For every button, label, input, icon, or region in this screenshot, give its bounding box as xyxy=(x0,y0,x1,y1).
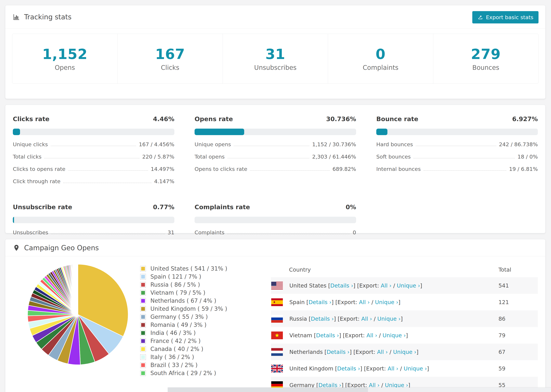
details-link[interactable]: Details › xyxy=(330,282,353,289)
legend-swatch xyxy=(140,322,146,328)
summary-stat-cell: 1,152Opens xyxy=(12,34,118,84)
legend-label: Vietnam ( 79 / 5% ) xyxy=(150,289,205,296)
legend-item: France ( 42 / 2% ) xyxy=(140,338,260,344)
export-prefix-text: Export: xyxy=(356,349,377,355)
details-link[interactable]: Details › xyxy=(316,332,339,339)
export-unique-link[interactable]: Unique › xyxy=(397,282,420,289)
export-all-link[interactable]: All › xyxy=(361,315,372,322)
rate-progress-track xyxy=(195,129,356,135)
rate-row: Hard bounces242 / 86.738% xyxy=(376,141,538,147)
bracket-text: ] xyxy=(408,382,410,388)
table-row: United States [Details ›] [Export: All ›… xyxy=(271,277,538,294)
details-link[interactable]: Details › xyxy=(311,315,334,322)
rate-value: 4.46% xyxy=(153,115,174,122)
rate-row-value: 242 / 86.738% xyxy=(499,141,538,147)
rates-card: Clicks rate4.46%Unique clicks167 / 4.456… xyxy=(5,105,545,233)
bracket-text: ] [ xyxy=(339,332,345,339)
table-cell-country: Spain [Details ›] [Export: All › / Uniqu… xyxy=(271,298,498,306)
rate-row: Soft bounces18 / 0% xyxy=(376,154,538,160)
country-name: Spain xyxy=(289,299,304,305)
bracket-text: ] xyxy=(398,299,400,305)
rate-title: Bounce rate xyxy=(376,115,418,122)
bracket-text: ] xyxy=(416,349,418,355)
legend-swatch xyxy=(140,362,146,368)
export-button-label: Export basic stats xyxy=(486,14,533,20)
table-cell-country: United States [Details ›] [Export: All ›… xyxy=(271,282,498,290)
table-cell-total: 121 xyxy=(498,299,538,305)
export-all-link[interactable]: All › xyxy=(367,332,377,339)
legend-swatch xyxy=(140,370,146,376)
rate-block: Unsubscribe rate0.77%Unsubscribes31 xyxy=(13,203,174,236)
rate-row-label: Soft bounces xyxy=(376,154,411,160)
rate-value: 6.927% xyxy=(512,115,538,122)
bracket-text: ] xyxy=(406,332,408,339)
export-all-link[interactable]: All › xyxy=(377,349,388,355)
rate-row-label: Clicks to opens rate xyxy=(13,166,65,172)
table-row: Netherlands [Details ›] [Export: All › /… xyxy=(271,343,538,360)
legend-item: United Kingdom ( 59 / 3% ) xyxy=(140,305,260,312)
legend-swatch xyxy=(140,298,146,304)
legend-label: Germany ( 55 / 3% ) xyxy=(150,314,208,320)
rate-block-header: Opens rate30.736% xyxy=(195,115,356,122)
dotted-leader xyxy=(44,158,140,158)
bracket-text: [ xyxy=(333,365,337,372)
details-link[interactable]: Details › xyxy=(337,365,360,372)
bracket-text: ] [ xyxy=(350,349,356,355)
export-unique-link[interactable]: Unique › xyxy=(383,332,406,339)
export-prefix-text: Export: xyxy=(366,365,388,372)
export-unique-link[interactable]: Unique › xyxy=(404,365,427,372)
details-link[interactable]: Details › xyxy=(318,382,341,388)
export-unique-link[interactable]: Unique › xyxy=(393,349,416,355)
rate-row-label: Unique clicks xyxy=(13,141,48,147)
country-name: Netherlands xyxy=(289,349,323,355)
details-link[interactable]: Details › xyxy=(327,349,350,355)
bottom-scrollbar-thumb[interactable] xyxy=(168,388,368,392)
rate-rows: Unique clicks167 / 4.456%Total clicks220… xyxy=(13,141,174,184)
summary-stat-label: Bounces xyxy=(472,64,499,71)
export-icon xyxy=(477,14,483,20)
slash-text: / xyxy=(391,282,397,289)
export-basic-stats-button[interactable]: Export basic stats xyxy=(472,11,538,23)
legend-label: Spain ( 121 / 7% ) xyxy=(150,273,201,280)
rate-row-value: 689.82% xyxy=(332,166,356,172)
export-all-link[interactable]: All › xyxy=(388,365,398,372)
legend-item: Russia ( 86 / 5% ) xyxy=(140,281,260,288)
bracket-text: ] [ xyxy=(332,299,338,305)
dotted-leader xyxy=(63,183,151,183)
legend-swatch xyxy=(140,338,146,344)
details-link[interactable]: Details › xyxy=(309,299,332,305)
country-cell-text: United Kingdom [Details ›] [Export: All … xyxy=(289,365,429,372)
rate-row-value: 220 / 5.87% xyxy=(142,154,174,160)
rate-value: 0.77% xyxy=(153,203,174,210)
bottom-scrollbar-track[interactable] xyxy=(168,388,551,392)
country-name: Russia xyxy=(289,315,307,322)
rate-rows: Hard bounces242 / 86.738%Soft bounces18 … xyxy=(376,141,538,172)
summary-stat-value: 279 xyxy=(471,46,501,62)
export-unique-link[interactable]: Unique › xyxy=(375,299,398,305)
dotted-leader xyxy=(424,170,506,171)
export-all-link[interactable]: All › xyxy=(381,282,391,289)
rate-progress-fill xyxy=(13,129,20,135)
rate-row: Opens to clicks rate689.82% xyxy=(195,166,356,172)
legend-item: Canada ( 40 / 2% ) xyxy=(140,346,260,352)
export-unique-link[interactable]: Unique › xyxy=(385,382,408,388)
rate-progress-fill xyxy=(376,129,387,135)
rate-row-value: 1,152 / 30.736% xyxy=(312,141,356,147)
rate-row-value: 19 / 6.81% xyxy=(509,166,538,172)
rate-row: Unique clicks167 / 4.456% xyxy=(13,141,174,147)
rate-progress-fill xyxy=(195,129,244,135)
bracket-text: ] xyxy=(401,315,403,322)
country-cell-text: Netherlands [Details ›] [Export: All › /… xyxy=(289,349,418,355)
legend-item: Netherlands ( 67 / 4% ) xyxy=(140,297,260,304)
gb-flag-icon xyxy=(271,365,283,372)
legend-swatch xyxy=(140,290,146,296)
export-all-link[interactable]: All › xyxy=(369,382,380,388)
legend-label: Russia ( 86 / 5% ) xyxy=(150,281,200,288)
summary-stat-label: Unsubscribes xyxy=(254,64,296,71)
legend-label: India ( 46 / 3% ) xyxy=(150,329,196,336)
bracket-text: [ xyxy=(326,282,330,289)
rate-block: Clicks rate4.46%Unique clicks167 / 4.456… xyxy=(13,115,174,184)
legend-item: Germany ( 55 / 3% ) xyxy=(140,314,260,320)
export-unique-link[interactable]: Unique › xyxy=(377,315,401,322)
export-all-link[interactable]: All › xyxy=(359,299,370,305)
